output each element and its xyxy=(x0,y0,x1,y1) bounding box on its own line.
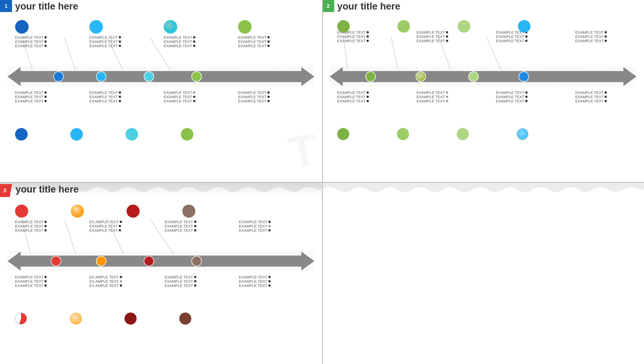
p2-ll-4-1: EXAMPLE TEXT xyxy=(575,90,607,95)
p2-top-c-3 xyxy=(458,20,470,33)
p2-bot-c-1 xyxy=(337,128,349,140)
svg-line-3 xyxy=(150,38,171,70)
panel-2-lower-labels: EXAMPLE TEXT EXAMPLE TEXT EXAMPLE TEXT E… xyxy=(337,90,607,103)
svg-line-1 xyxy=(65,38,75,70)
p2-col-2-lower: EXAMPLE TEXT EXAMPLE TEXT EXAMPLE TEXT xyxy=(417,90,448,103)
svg-line-6 xyxy=(439,37,451,70)
bar-left-tri-2 xyxy=(330,67,343,86)
col-4-lower: EXAMPLE TEXT EXAMPLE TEXT EXAMPLE TEXT xyxy=(238,90,270,103)
svg-line-10 xyxy=(107,219,124,254)
bot-circle-1-3 xyxy=(126,128,138,141)
p3-top-c-4 xyxy=(182,205,195,218)
panel-1-number: 1 xyxy=(0,0,12,12)
p2-ll-3-1: EXAMPLE TEXT xyxy=(496,90,528,95)
svg-line-0 xyxy=(22,38,33,70)
panel-2-upper-circles xyxy=(337,20,531,33)
p2-top-c-2 xyxy=(397,20,410,33)
panel-3-lower-labels: EXAMPLE TEXT EXAMPLE TEXT EXAMPLE TEXT E… xyxy=(15,275,271,288)
panel-2-number: 2 xyxy=(322,0,334,12)
bar-arrow-3 xyxy=(301,252,314,271)
label-l-4-1: EXAMPLE TEXT xyxy=(238,90,270,95)
milestone-3-2 xyxy=(96,256,106,266)
p3-ll-4-3: EXAMPLE TEXT xyxy=(239,283,271,288)
bar-arrow-1 xyxy=(301,67,314,86)
panel-2-bottom-circles xyxy=(337,128,529,140)
label-l-1-2: EXAMPLE TEXT xyxy=(15,95,47,99)
label-l-2-1: EXAMPLE TEXT xyxy=(89,90,121,95)
p3-ll-3-1: EXAMPLE TEXT xyxy=(165,275,196,279)
p2-ll-2-2: EXAMPLE TEXT xyxy=(417,95,448,99)
panel-1-number-badge: 1 xyxy=(0,0,12,12)
milestone-2-3 xyxy=(468,71,479,82)
milestone-2-4 xyxy=(518,71,529,82)
connector-lines-1 xyxy=(0,38,322,75)
svg-line-7 xyxy=(487,37,501,70)
p2-ll-2-3: EXAMPLE TEXT xyxy=(417,99,448,103)
p2-l-4-1: EXAMPLE TEXT xyxy=(575,30,607,34)
p2-bot-c-4 xyxy=(516,128,529,140)
panel-3-title: your title here xyxy=(16,184,79,195)
label-l-1-1: EXAMPLE TEXT xyxy=(15,90,47,95)
panel-4 xyxy=(322,182,644,364)
panel-1-title: your title here xyxy=(15,1,78,12)
milestone-2-1 xyxy=(365,71,376,82)
circle-1-4 xyxy=(238,20,252,34)
p2-col-1-lower: EXAMPLE TEXT EXAMPLE TEXT EXAMPLE TEXT xyxy=(337,90,369,103)
p2-bot-c-2 xyxy=(397,128,409,140)
p3-ll-2-1: EX AMPLE TEXT xyxy=(89,275,122,279)
label-l-3-3: EXAMPLE TEXT xyxy=(164,99,195,103)
svg-line-8 xyxy=(22,219,31,254)
panel-3-number-badge: 3 xyxy=(0,184,12,197)
panel-2: 2 your title here EXAMPLE TEXT EXAMPLE T… xyxy=(322,0,644,182)
p2-col-3-lower: EXAMPLE TEXT EXAMPLE TEXT EXAMPLE TEXT xyxy=(496,90,528,103)
p2-ll-1-2: EXAMPLE TEXT xyxy=(337,95,369,99)
label-l-4-2: EXAMPLE TEXT xyxy=(238,95,270,99)
p3-col-3-lower: EXAMPLE TEXT EXAMPLE TEXT EXAMPLE TEXT xyxy=(165,275,196,288)
label-l-3-1: EXAMPLE TEXT xyxy=(164,90,195,95)
p3-ll-3-2: EXAMPLE TEXT xyxy=(165,279,196,283)
p2-ll-3-3: EXAMPLE TEXT xyxy=(496,99,528,103)
milestone-3-4 xyxy=(191,256,202,266)
col-1-lower: EXAMPLE TEXT EXAMPLE TEXT EXAMPLE TEXT xyxy=(15,90,47,103)
label-l-2-3: EXAMPLE TEXT xyxy=(89,99,121,103)
milestone-1-1 xyxy=(53,71,64,82)
label-l-4-3: EXAMPLE TEXT xyxy=(238,99,270,103)
bar-left-tri-3 xyxy=(8,252,21,271)
milestone-1-4 xyxy=(191,71,202,82)
torn-svg-4 xyxy=(322,182,644,196)
p3-ll-1-2: EXAMPLE TEXT xyxy=(15,279,47,283)
p2-col-4-lower: EXAMPLE TEXT EXAMPLE TEXT EXAMPLE TEXT xyxy=(575,90,607,103)
torn-edge-4 xyxy=(322,182,644,196)
connector-lines-3 xyxy=(0,219,322,257)
panel-1: T 1 your title here EXAMPLE TEXT EXAMPLE… xyxy=(0,0,322,182)
label-l-2-2: EXAMPLE TEXT xyxy=(89,95,121,99)
panel-2-number-badge: 2 xyxy=(322,0,334,12)
p2-ll-1-1: EXAMPLE TEXT xyxy=(337,90,369,95)
milestone-3-1 xyxy=(51,256,61,266)
p3-ll-2-2: EX AMPLE TEXT xyxy=(89,279,122,283)
p3-bot-c-3 xyxy=(125,313,137,325)
p3-ll-1-1: EXAMPLE TEXT xyxy=(15,275,47,279)
bar-body-1 xyxy=(21,71,301,82)
p3-top-c-3 xyxy=(127,205,140,218)
milestone-2-2 xyxy=(416,71,426,82)
bg-watermark-1: T xyxy=(285,123,321,179)
svg-line-11 xyxy=(150,219,174,254)
panel-3-upper-circles xyxy=(15,205,195,219)
p2-ll-4-3: EXAMPLE TEXT xyxy=(575,99,607,103)
bot-circle-1-2 xyxy=(70,128,83,141)
col-2-lower: EXAMPLE TEXT EXAMPLE TEXT EXAMPLE TEXT xyxy=(89,90,121,103)
p3-col-4-lower: EXAMPLE TEXT EXAMPLE TEXT EXAMPLE TEXT xyxy=(239,275,271,288)
p3-col-1-lower: EXAMPLE TEXT EXAMPLE TEXT EXAMPLE TEXT xyxy=(15,275,47,288)
col-3-lower: EXAMPLE TEXT EXAMPLE TEXT EXAMPLE TEXT xyxy=(164,90,195,103)
bar-arrow-2 xyxy=(623,67,636,86)
p3-top-c-1 xyxy=(15,205,28,218)
p3-ll-4-1: EXAMPLE TEXT xyxy=(239,275,271,279)
svg-line-9 xyxy=(65,219,76,254)
p3-col-2-lower: EX AMPLE TEXT EX AMPLE TEXT EX AMPLE TEX… xyxy=(89,275,122,288)
label-l-1-3: EXAMPLE TEXT xyxy=(15,99,47,103)
bot-circle-1-4 xyxy=(181,128,193,141)
circle-1-2 xyxy=(89,20,103,34)
bar-body-2 xyxy=(343,71,623,82)
p2-ll-2-1: EXAMPLE TEXT xyxy=(417,90,448,95)
